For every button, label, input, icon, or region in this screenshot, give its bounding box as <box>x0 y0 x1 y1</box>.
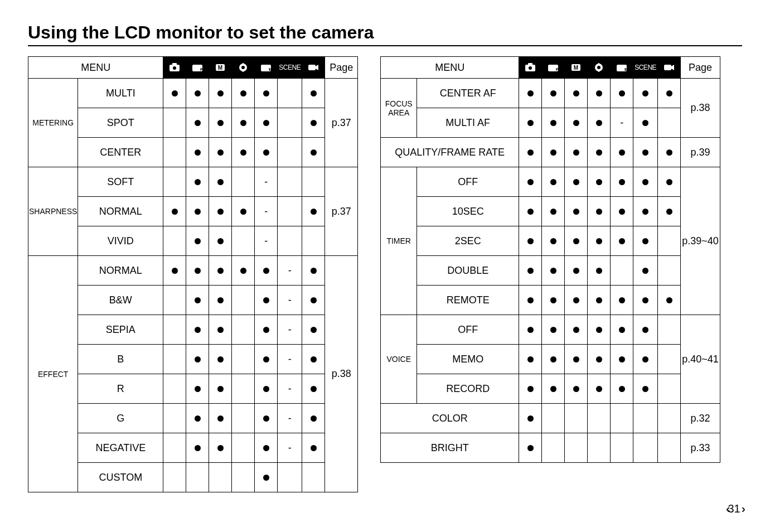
mode-cell <box>611 345 633 374</box>
table-row: SEPIA- <box>28 315 358 345</box>
mode-cell <box>542 315 565 345</box>
mode-cell <box>542 226 565 256</box>
dot-icon <box>311 383 317 394</box>
mode-cell: - <box>278 286 302 315</box>
menu-item: DOUBLE <box>417 256 519 286</box>
dot-icon <box>527 206 534 217</box>
menu-item: MULTI AF <box>417 108 519 138</box>
dot-icon <box>619 324 625 335</box>
dot-icon <box>573 206 579 217</box>
dot-icon <box>311 147 317 158</box>
svg-text:E: E <box>269 67 272 72</box>
dot-icon <box>195 117 201 128</box>
mode-cell <box>255 433 278 463</box>
dot-icon <box>527 235 534 246</box>
svg-rect-24 <box>598 63 599 65</box>
table-row: METERINGMULTIp.37 <box>28 79 358 108</box>
dot-icon <box>311 88 317 99</box>
mode-cell <box>565 226 588 256</box>
mode-icon-effect: E <box>611 57 633 79</box>
mode-cell <box>302 108 325 138</box>
menu-item: MEMO <box>417 345 519 374</box>
mode-cell <box>519 345 542 374</box>
svg-rect-1 <box>172 63 177 65</box>
mode-cell <box>633 404 658 433</box>
mode-scene-header: SCENE <box>633 57 658 79</box>
mode-cell <box>302 256 325 286</box>
mode-cell <box>633 345 658 374</box>
mode-cell <box>565 79 588 108</box>
mode-cell <box>542 79 565 108</box>
mode-cell <box>209 167 232 197</box>
page-ref: p.37 <box>325 167 358 256</box>
dot-icon <box>550 206 556 217</box>
mode-cell <box>163 315 186 345</box>
dot-icon <box>527 383 534 394</box>
mode-cell <box>633 315 658 345</box>
dot-icon <box>263 147 269 158</box>
dot-icon <box>172 206 178 217</box>
menu-category: SHARPNESS <box>28 167 78 256</box>
table-row: CENTER <box>28 138 358 167</box>
page-header: Page <box>325 57 358 79</box>
mode-cell <box>611 138 633 167</box>
mode-cell <box>658 374 681 404</box>
dot-icon <box>619 88 625 99</box>
mode-cell <box>232 226 255 256</box>
mode-cell <box>658 404 681 433</box>
dot-icon <box>596 147 602 158</box>
mode-cell <box>611 256 633 286</box>
mode-cell <box>209 374 232 404</box>
mode-cell <box>209 433 232 463</box>
dot-icon <box>550 324 556 335</box>
mode-cell: - <box>278 433 302 463</box>
mode-cell <box>186 138 209 167</box>
mode-cell <box>186 404 209 433</box>
mode-cell <box>209 345 232 374</box>
mode-cell <box>658 108 681 138</box>
mode-cell: - <box>278 374 302 404</box>
menu-category: QUALITY/FRAME RATE <box>381 138 519 167</box>
mode-cell <box>232 256 255 286</box>
menu-item: VIVID <box>78 226 163 256</box>
dot-icon <box>573 354 579 365</box>
mode-cell <box>209 463 232 492</box>
svg-text:P: P <box>200 67 203 72</box>
svg-point-23 <box>597 66 600 69</box>
mode-cell <box>633 256 658 286</box>
mode-cell: - <box>278 404 302 433</box>
table-row: B&W- <box>28 286 358 315</box>
dot-icon <box>217 117 224 128</box>
mode-cell <box>302 374 325 404</box>
dot-icon <box>666 88 672 99</box>
mode-cell <box>163 108 186 138</box>
dot-icon <box>642 176 648 187</box>
dot-icon <box>217 383 224 394</box>
dot-icon <box>311 442 317 453</box>
mode-cell <box>611 433 633 463</box>
mode-cell <box>163 345 186 374</box>
mode-cell: - <box>611 108 633 138</box>
svg-text:M: M <box>574 65 578 71</box>
mode-cell <box>658 256 681 286</box>
page-number: 31 <box>726 502 742 515</box>
page-ref: p.33 <box>681 433 720 463</box>
mode-cell <box>565 404 588 433</box>
mode-icon-movie <box>302 57 325 79</box>
mode-cell <box>588 167 611 197</box>
dot-icon <box>311 294 317 306</box>
mode-cell <box>163 197 186 226</box>
menu-header: MENU <box>381 57 519 79</box>
dot-icon <box>550 235 556 246</box>
svg-rect-16 <box>528 63 532 65</box>
dot-icon <box>263 354 269 365</box>
mode-cell <box>658 315 681 345</box>
tables-wrapper: MENU P M E SCENE Page METERINGMULTIp.37S… <box>28 56 742 492</box>
menu-item: CUSTOM <box>78 463 163 492</box>
menu-item: G <box>78 404 163 433</box>
dot-icon <box>311 206 317 217</box>
dot-icon <box>642 117 648 128</box>
mode-cell <box>302 226 325 256</box>
mode-cell <box>302 315 325 345</box>
mode-cell <box>633 108 658 138</box>
